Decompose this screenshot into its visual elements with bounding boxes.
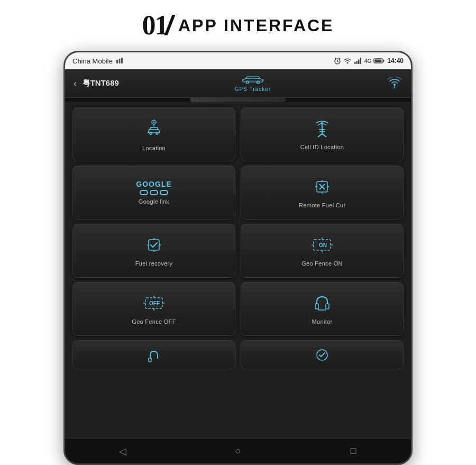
alarm-icon [334, 57, 341, 65]
status-bar: China Mobile [65, 52, 411, 69]
google-link-button[interactable]: GOOGLE Google link [72, 166, 235, 220]
plate-number: 粤TNT689 [83, 78, 119, 88]
fuel-cut-label: Remote Fuel Cut [299, 202, 345, 208]
svg-rect-57 [326, 304, 329, 309]
svg-rect-60 [149, 358, 151, 362]
fuel-cut-svg [313, 177, 332, 196]
carrier-name: China Mobile [72, 57, 113, 65]
geo-fence-on-button[interactable]: ON Geo Fence ON [241, 224, 404, 278]
cell-id-location-button[interactable]: Cell ID Location [241, 107, 404, 161]
tab-bar [65, 98, 411, 102]
svg-rect-14 [375, 60, 382, 62]
svg-line-27 [318, 134, 322, 137]
back-nav-button[interactable]: ◁ [112, 441, 133, 462]
location-label: Location [142, 145, 166, 151]
signal-strength-icon [387, 77, 402, 90]
headphone-svg [313, 294, 332, 313]
monitor-button[interactable]: Monitor [241, 282, 404, 336]
fuel-recovery-button[interactable]: Fuel recovery [72, 224, 235, 278]
time-display: 14:40 [387, 57, 404, 65]
google-text: GOOGLE [136, 180, 171, 188]
svg-point-22 [150, 132, 152, 134]
back-button[interactable]: ‹ [74, 77, 77, 89]
network-type: 4G [364, 58, 371, 64]
svg-point-8 [346, 62, 348, 64]
svg-rect-10 [356, 61, 358, 64]
chain-icon [140, 190, 168, 195]
headphone-icon [313, 294, 332, 315]
svg-rect-9 [354, 62, 356, 64]
status-right-icons: 4G 14:40 [334, 57, 404, 65]
button-row-1: Location Cell ID Location [72, 107, 404, 161]
button-row-2: GOOGLE Google link [72, 166, 404, 220]
page-title: APP INTERFACE [178, 16, 334, 35]
geo-fence-on-svg: ON [312, 235, 333, 254]
svg-text:OFF: OFF [149, 300, 160, 306]
home-nav-button[interactable]: ○ [227, 441, 249, 462]
svg-rect-12 [360, 58, 361, 64]
svg-rect-56 [315, 304, 318, 309]
svg-line-7 [338, 58, 340, 59]
partial-button-row [72, 340, 404, 369]
google-link-label: Google link [139, 198, 169, 205]
carrier-icon-1 [116, 57, 123, 65]
location-button[interactable]: Location [72, 107, 235, 161]
recent-nav-button[interactable]: □ [343, 441, 364, 462]
cell-tower-icon [313, 119, 332, 141]
status-carrier: China Mobile [72, 57, 123, 65]
section-slash: / [166, 10, 173, 41]
app-header-left: ‹ 粤TNT689 [74, 77, 119, 89]
battery-icon [373, 58, 385, 64]
geo-fence-on-label: Geo Fence ON [301, 260, 343, 267]
fuel-cut-icon [313, 177, 332, 199]
fuel-recovery-label: Fuel recovery [135, 260, 173, 267]
google-icon: GOOGLE [136, 180, 171, 195]
geo-fence-off-icon: OFF [143, 294, 164, 315]
svg-rect-11 [358, 60, 360, 65]
svg-line-5 [337, 61, 338, 62]
tab-indicator [190, 98, 286, 102]
partial-icon-2 [314, 347, 330, 363]
svg-rect-1 [118, 59, 120, 63]
app-header: ‹ 粤TNT689 GPS Tracker [65, 69, 411, 98]
gps-tracker-label: GPS Tracker [235, 86, 271, 92]
bottom-nav: ◁ ○ □ [65, 438, 411, 463]
app-content: Location Cell ID Location [65, 102, 411, 438]
geo-fence-off-button[interactable]: OFF Geo Fence OFF [72, 282, 235, 336]
page-header: 01 / APP INTERFACE [142, 10, 334, 41]
phone-frame: China Mobile [63, 51, 413, 465]
partial-button-2[interactable] [241, 340, 404, 369]
partial-button-1[interactable] [72, 340, 235, 369]
section-number: 01 [142, 12, 168, 39]
button-row-4: OFF Geo Fence OFF [72, 282, 404, 336]
location-svg [144, 118, 163, 139]
svg-line-28 [322, 134, 326, 137]
svg-text:ON: ON [319, 242, 327, 248]
svg-point-23 [156, 132, 158, 134]
remote-fuel-cut-button[interactable]: Remote Fuel Cut [241, 166, 404, 220]
geo-fence-off-svg: OFF [143, 294, 164, 313]
cell-tower-svg [313, 119, 332, 138]
gps-tracker-logo: GPS Tracker [235, 75, 271, 92]
svg-line-6 [335, 58, 336, 59]
signal-icon [354, 57, 362, 65]
cell-id-label: Cell ID Location [300, 144, 344, 150]
button-row-3: Fuel recovery ON Geo F [72, 224, 404, 278]
wireless-icon [387, 77, 402, 88]
geo-fence-on-icon: ON [312, 235, 333, 257]
wifi-icon [343, 57, 352, 65]
geo-fence-off-label: Geo Fence OFF [132, 318, 176, 325]
location-icon [144, 118, 163, 142]
car-logo-icon [240, 75, 266, 85]
partial-icon-1 [146, 347, 162, 363]
monitor-label: Monitor [312, 318, 333, 325]
svg-rect-0 [116, 60, 118, 63]
svg-rect-2 [121, 58, 123, 63]
svg-point-31 [321, 122, 323, 124]
fuel-recovery-svg [144, 235, 163, 254]
svg-point-25 [153, 121, 155, 123]
svg-rect-15 [383, 60, 385, 62]
fuel-recovery-icon [144, 235, 163, 257]
